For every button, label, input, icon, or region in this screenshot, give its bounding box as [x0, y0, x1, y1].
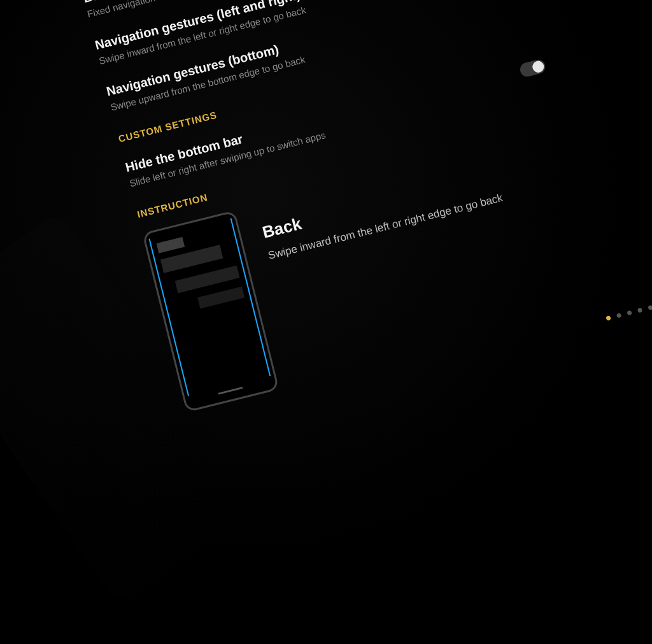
dot-icon [616, 313, 621, 318]
instruction-illustration [142, 210, 280, 413]
dot-icon [637, 308, 642, 313]
settings-screen: Navigation CHOOSE NAVIGATION BAR Back, H… [25, 0, 625, 422]
dot-icon [627, 310, 632, 315]
toggle-switch[interactable] [518, 58, 546, 78]
dot-icon [606, 315, 611, 320]
dot-icon [648, 305, 652, 310]
page-indicator [606, 305, 652, 321]
